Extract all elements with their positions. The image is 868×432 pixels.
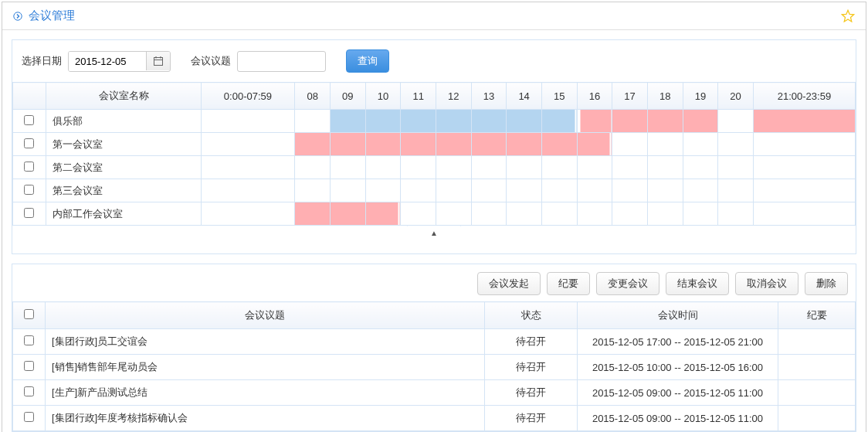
minutes-button[interactable]: 纪要: [547, 272, 590, 295]
col-header-hour: 13: [471, 83, 507, 110]
calendar-icon: [153, 56, 164, 66]
col-header-hour: 08: [295, 83, 331, 110]
meeting-list-table: 会议议题 状态 会议时间 纪要 [集团行政]员工交谊会待召开2015-12-05…: [12, 301, 856, 431]
page-title: 会议管理: [29, 9, 841, 23]
room-row: 第二会议室: [13, 156, 856, 179]
topic-input[interactable]: [237, 51, 326, 72]
meeting-row: [集团行政]年度考核指标确认会待召开2015-12-05 09:00 -- 20…: [13, 406, 856, 431]
col-header-hour: 12: [436, 83, 471, 110]
chevron-right-icon: [13, 12, 22, 21]
meeting-notes-cell: [778, 406, 856, 431]
svg-rect-1: [154, 58, 163, 66]
meeting-time-cell: 2015-12-05 17:00 -- 2015-12-05 21:00: [578, 329, 778, 355]
col-header-status: 状态: [485, 302, 578, 329]
delete-button[interactable]: 删除: [805, 272, 848, 295]
meeting-notes-cell: [778, 329, 856, 355]
date-input[interactable]: [69, 52, 146, 71]
col-header-hour: 15: [541, 83, 577, 110]
col-header-hour: 18: [647, 83, 683, 110]
meeting-checkbox[interactable]: [24, 386, 34, 396]
col-header-hour: 11: [401, 83, 436, 110]
meeting-checkbox[interactable]: [24, 335, 34, 345]
meeting-time-cell: 2015-12-05 10:00 -- 2015-12-05 16:00: [578, 355, 778, 380]
col-header-room: 会议室名称: [46, 83, 201, 110]
meeting-topic-cell: [销售]销售部年尾动员会: [46, 355, 485, 380]
meeting-notes-cell: [778, 380, 856, 406]
topic-label: 会议议题: [191, 54, 231, 68]
room-checkbox[interactable]: [24, 185, 34, 195]
meeting-row: [集团行政]员工交谊会待召开2015-12-05 17:00 -- 2015-1…: [13, 329, 856, 355]
room-row: 俱乐部: [13, 110, 856, 133]
meeting-status-cell: 待召开: [485, 355, 578, 380]
schedule-table: 会议室名称0:00-07:590809101112131415161718192…: [12, 82, 856, 226]
calendar-picker-button[interactable]: [146, 52, 170, 70]
room-checkbox[interactable]: [24, 115, 34, 125]
col-header-notes: 纪要: [778, 302, 856, 329]
meeting-time-cell: 2015-12-05 09:00 -- 2015-12-05 11:00: [578, 380, 778, 406]
meeting-row: [销售]销售部年尾动员会待召开2015-12-05 10:00 -- 2015-…: [13, 355, 856, 380]
favorite-star-icon[interactable]: [841, 9, 855, 23]
col-header-time: 会议时间: [578, 302, 778, 329]
meeting-status-cell: 待召开: [485, 380, 578, 406]
date-label: 选择日期: [22, 54, 62, 68]
change-meeting-button[interactable]: 变更会议: [596, 272, 659, 295]
room-checkbox[interactable]: [24, 138, 34, 148]
room-name-cell: 第三会议室: [46, 179, 201, 202]
meeting-status-cell: 待召开: [485, 406, 578, 431]
room-name-cell: 俱乐部: [46, 110, 201, 133]
col-header-hour: 17: [612, 83, 648, 110]
room-row: 内部工作会议室: [13, 202, 856, 226]
col-header-early: 0:00-07:59: [201, 83, 295, 110]
create-meeting-button[interactable]: 会议发起: [477, 272, 541, 295]
room-name-cell: 第二会议室: [46, 156, 201, 179]
meeting-row: [生产]新产品测试总结待召开2015-12-05 09:00 -- 2015-1…: [13, 380, 856, 406]
meeting-topic-cell: [集团行政]员工交谊会: [46, 329, 485, 355]
col-header-hour: 16: [577, 83, 612, 110]
room-name-cell: 内部工作会议室: [46, 202, 201, 226]
meeting-time-cell: 2015-12-05 09:00 -- 2015-12-05 11:00: [578, 406, 778, 431]
select-all-checkbox[interactable]: [24, 309, 34, 319]
meeting-status-cell: 待召开: [485, 329, 578, 355]
col-header-hour: 10: [365, 83, 401, 110]
room-name-cell: 第一会议室: [46, 133, 201, 156]
col-header-hour: 20: [718, 83, 754, 110]
cancel-meeting-button[interactable]: 取消会议: [735, 272, 798, 295]
col-header-late: 21:00-23:59: [753, 83, 855, 110]
room-row: 第三会议室: [13, 179, 856, 202]
meeting-topic-cell: [生产]新产品测试总结: [46, 380, 485, 406]
search-button[interactable]: 查询: [346, 49, 389, 73]
meeting-checkbox[interactable]: [24, 361, 34, 371]
collapse-toggle[interactable]: ▲: [407, 225, 461, 243]
room-row: 第一会议室: [13, 133, 856, 156]
col-header-topic: 会议议题: [46, 302, 485, 329]
meeting-topic-cell: [集团行政]年度考核指标确认会: [46, 406, 485, 431]
col-header-hour: 19: [683, 83, 718, 110]
meeting-notes-cell: [778, 355, 856, 380]
meeting-checkbox[interactable]: [24, 412, 34, 422]
col-header-hour: 09: [331, 83, 366, 110]
end-meeting-button[interactable]: 结束会议: [666, 272, 729, 295]
room-checkbox[interactable]: [24, 208, 34, 218]
chevron-up-icon: ▲: [430, 229, 438, 237]
room-checkbox[interactable]: [24, 162, 34, 172]
svg-point-0: [14, 12, 22, 19]
col-header-hour: 14: [507, 83, 542, 110]
